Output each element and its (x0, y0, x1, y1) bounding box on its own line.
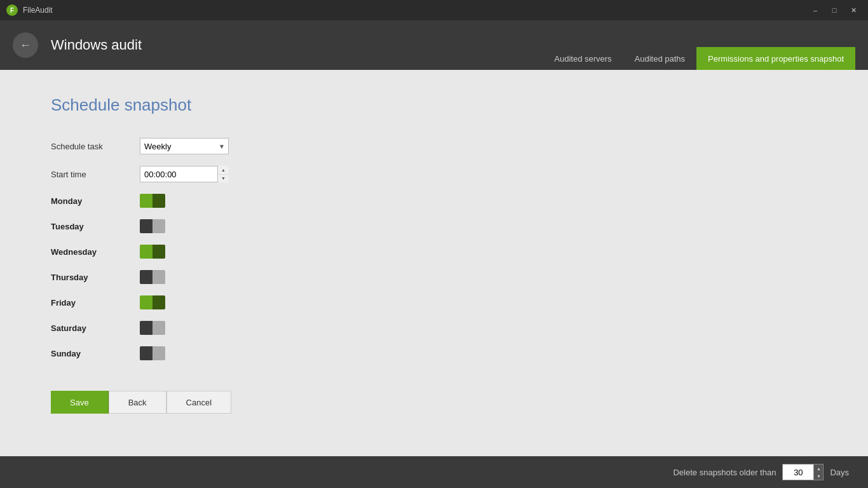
save-button[interactable]: Save (51, 391, 109, 414)
tuesday-row: Tuesday (51, 219, 817, 233)
wednesday-label: Wednesday (51, 247, 140, 257)
tab-permissions-snapshot[interactable]: Permissions and properties snapshot (696, 47, 855, 70)
nav-bar: ← Windows audit Audited servers Audited … (0, 20, 868, 70)
sunday-row: Sunday (51, 346, 817, 360)
restore-button[interactable]: □ (826, 4, 843, 17)
wednesday-row: Wednesday (51, 245, 817, 259)
footer-spinner: ▲ ▼ (814, 464, 824, 480)
time-spinner: ▲ ▼ (217, 166, 229, 182)
cancel-button[interactable]: Cancel (166, 391, 231, 414)
friday-label: Friday (51, 298, 140, 308)
days-down-button[interactable]: ▼ (814, 472, 823, 480)
saturday-toggle-left (140, 321, 153, 335)
sunday-toggle-right (153, 346, 165, 360)
friday-toggle-left (140, 295, 153, 309)
tuesday-label: Tuesday (51, 222, 140, 231)
days-value-input[interactable] (782, 464, 814, 480)
minimize-button[interactable]: – (807, 4, 824, 17)
tab-audited-servers[interactable]: Audited servers (543, 47, 623, 70)
friday-row: Friday (51, 295, 817, 309)
tuesday-toggle-right (153, 219, 165, 233)
wednesday-toggle-left (140, 245, 153, 259)
start-time-row: Start time ▲ ▼ (51, 166, 817, 182)
schedule-task-select-wrapper: Weekly Once Daily Monthly ▼ (140, 138, 229, 154)
delete-label: Delete snapshots older than (673, 468, 776, 477)
schedule-task-label: Schedule task (51, 142, 140, 151)
friday-toggle-right (153, 295, 165, 309)
thursday-row: Thursday (51, 270, 817, 284)
saturday-row: Saturday (51, 321, 817, 335)
saturday-label: Saturday (51, 323, 140, 333)
nav-tabs: Audited servers Audited paths Permission… (543, 20, 855, 70)
footer-input-wrapper: ▲ ▼ (782, 464, 824, 480)
tab-audited-paths[interactable]: Audited paths (623, 47, 697, 70)
close-button[interactable]: ✕ (845, 4, 862, 17)
schedule-task-select[interactable]: Weekly Once Daily Monthly (140, 138, 229, 154)
action-buttons: Save Back Cancel (51, 391, 817, 414)
page-title: Schedule snapshot (51, 95, 817, 115)
back-button[interactable]: Back (109, 391, 166, 414)
saturday-toggle[interactable] (140, 321, 165, 335)
title-bar-controls: – □ ✕ (807, 4, 862, 17)
monday-toggle-left (140, 194, 153, 208)
time-down-button[interactable]: ▼ (218, 175, 229, 183)
nav-title: Windows audit (51, 37, 530, 53)
thursday-toggle[interactable] (140, 270, 165, 284)
monday-label: Monday (51, 196, 140, 206)
sunday-toggle-left (140, 346, 153, 360)
sunday-toggle[interactable] (140, 346, 165, 360)
friday-toggle[interactable] (140, 295, 165, 309)
days-unit-label: Days (830, 468, 849, 477)
title-bar-left: FileAudit (6, 4, 53, 16)
days-up-button[interactable]: ▲ (814, 464, 823, 472)
wednesday-toggle[interactable] (140, 245, 165, 259)
form-section: Schedule task Weekly Once Daily Monthly … (51, 138, 817, 414)
back-nav-button[interactable]: ← (13, 32, 38, 58)
footer: Delete snapshots older than ▲ ▼ Days (0, 456, 868, 488)
main-content: Schedule snapshot Schedule task Weekly O… (0, 70, 868, 456)
monday-toggle-right (153, 194, 165, 208)
thursday-toggle-right (153, 270, 165, 284)
sunday-label: Sunday (51, 349, 140, 358)
tuesday-toggle[interactable] (140, 219, 165, 233)
thursday-label: Thursday (51, 273, 140, 282)
title-bar: FileAudit – □ ✕ (0, 0, 868, 20)
start-time-input[interactable] (140, 166, 229, 182)
app-icon (6, 4, 18, 16)
schedule-task-row: Schedule task Weekly Once Daily Monthly … (51, 138, 817, 154)
monday-row: Monday (51, 194, 817, 208)
monday-toggle[interactable] (140, 194, 165, 208)
time-up-button[interactable]: ▲ (218, 166, 229, 175)
start-time-label: Start time (51, 170, 140, 179)
wednesday-toggle-right (153, 245, 165, 259)
start-time-wrapper: ▲ ▼ (140, 166, 229, 182)
app-title: FileAudit (23, 6, 53, 15)
tuesday-toggle-left (140, 219, 153, 233)
thursday-toggle-left (140, 270, 153, 284)
back-arrow-icon: ← (20, 39, 31, 52)
saturday-toggle-right (153, 321, 165, 335)
